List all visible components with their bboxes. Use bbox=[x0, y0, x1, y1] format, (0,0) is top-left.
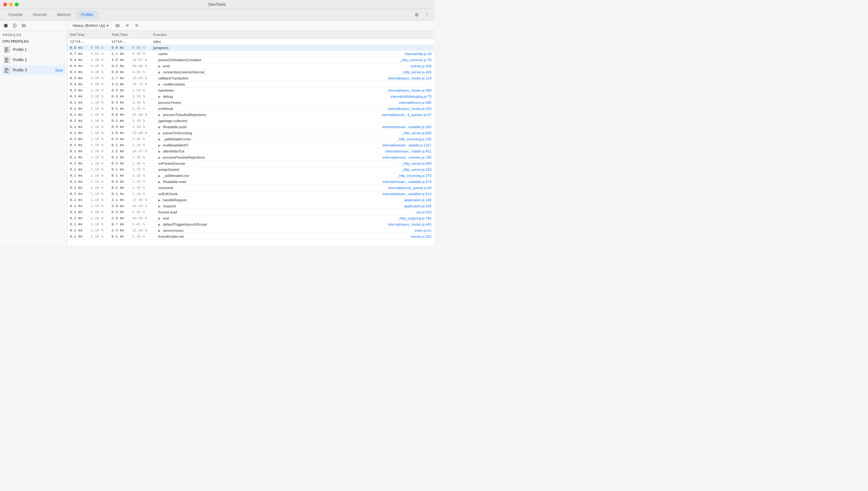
record-button[interactable] bbox=[3, 23, 9, 29]
cell-location[interactable]: internal/proces...k_queues.js:67 bbox=[382, 113, 431, 117]
table-row[interactable]: 0.1 ms1.16 %0.1 ms1.16 %internal/async_h… bbox=[67, 106, 434, 112]
expand-arrow-icon[interactable]: ▶ bbox=[158, 229, 162, 232]
table-row[interactable]: 0.1 ms1.16 %0.1 ms1.16 %events.js:202Eve… bbox=[67, 234, 434, 240]
stop-button[interactable] bbox=[11, 23, 18, 29]
expand-arrow-icon[interactable]: ▶ bbox=[158, 144, 162, 147]
table-row[interactable]: 0.4 ms3.49 %0.6 ms4.65 %_http_server.js:… bbox=[67, 69, 434, 75]
table-row[interactable]: 0.1 ms1.16 %0.1 ms1.16 %internal/stream.… bbox=[67, 142, 434, 148]
cell-location[interactable]: internal/stream...adable.js:1327 bbox=[382, 143, 431, 147]
tab-profiler[interactable]: Profiler bbox=[76, 10, 98, 19]
table-row[interactable]: 0.1 ms1.16 %0.1 ms1.16 %internal/stream.… bbox=[67, 191, 434, 197]
col-self-time[interactable]: Self Time bbox=[67, 31, 109, 39]
col-function[interactable]: Function bbox=[151, 31, 434, 39]
cell-location[interactable]: internal/async_hooks.js:458 bbox=[388, 88, 431, 92]
settings-icon[interactable]: ⚙ bbox=[413, 11, 421, 19]
cell-location[interactable]: net.js:633 bbox=[416, 210, 431, 214]
table-row[interactable]: 0.1 ms1.16 %2.8 ms23.26 %_http_outgoing.… bbox=[67, 215, 434, 222]
table-row[interactable]: 0.1 ms1.16 %0.3 ms2.33 %internal/stream.… bbox=[67, 179, 434, 185]
table-row[interactable]: 0.1 ms1.16 %0.1 ms1.16 %_http_incoming.j… bbox=[67, 173, 434, 179]
table-row[interactable]: 0.4 ms3.49 %3.5 ms29.07 %_http_common.js… bbox=[67, 57, 434, 63]
expand-arrow-icon[interactable]: ▶ bbox=[158, 204, 162, 208]
cell-location[interactable]: index.js:31 bbox=[414, 229, 431, 232]
table-row[interactable]: 0.3 ms2.33 %0.3 ms2.33 %internal/util/de… bbox=[67, 94, 434, 100]
cell-location[interactable]: application.js:229 bbox=[404, 204, 431, 208]
cell-location[interactable]: internal/priority_queue.js:93 bbox=[388, 186, 431, 190]
expand-arrow-icon[interactable]: ▶ bbox=[158, 95, 162, 98]
cell-location[interactable]: _http_common.js:76 bbox=[400, 58, 431, 62]
cell-location[interactable]: _http_server.js:426 bbox=[402, 70, 431, 74]
cell-location[interactable]: events.js:202 bbox=[411, 235, 431, 238]
table-row[interactable]: 0.1 ms1.16 %5.0 ms41.86 %internal/proces… bbox=[67, 112, 434, 118]
cell-location[interactable]: internal/http.js:18 bbox=[405, 52, 431, 56]
tab-sources[interactable]: Sources bbox=[28, 10, 52, 19]
expand-arrow-icon[interactable]: ▶ bbox=[158, 83, 162, 86]
table-row[interactable]: 0.1 ms1.16 %0.1 ms1.16 %(garbage collect… bbox=[67, 118, 434, 124]
expand-arrow-icon[interactable]: ▶ bbox=[158, 132, 162, 135]
cell-location[interactable]: internal/async_hooks.js:118 bbox=[388, 76, 431, 80]
table-row[interactable]: 0.1 ms1.16 %0.4 ms3.49 %internal/timers.… bbox=[67, 100, 434, 106]
cell-location[interactable]: internal/stream...eadable.js:510 bbox=[382, 192, 431, 196]
more-icon[interactable]: ⋮ bbox=[423, 11, 431, 19]
table-row[interactable]: 0.3 ms2.33 %0.3 ms2.33 %internal/async_h… bbox=[67, 87, 434, 94]
table-row[interactable]: 0.1 ms1.16 %0.3 ms2.33 %_http_incoming.j… bbox=[67, 136, 434, 142]
cell-location[interactable]: _http_server.js:826 bbox=[402, 131, 431, 135]
table-row[interactable]: 0.8 ms6.98 %0.8 ms6.98 %(program) bbox=[67, 45, 434, 51]
table-row[interactable]: 12718.7 ms12718.7 ms(idle) bbox=[67, 39, 434, 45]
table-row[interactable]: 0.1 ms1.16 %1.2 ms10.47 %internal/stream… bbox=[67, 148, 434, 154]
cell-location[interactable]: events.js:349 bbox=[411, 64, 431, 68]
minimize-button[interactable] bbox=[9, 3, 13, 6]
cell-location[interactable]: _http_incoming.js:270 bbox=[397, 174, 431, 178]
cell-location[interactable]: internal/timers.js:485 bbox=[399, 100, 432, 105]
col-total-time[interactable]: Total Time bbox=[109, 31, 151, 39]
clear-button[interactable] bbox=[21, 23, 27, 29]
table-row[interactable]: 0.3 ms2.33 %1.7 ms13.95 %internal/async_… bbox=[67, 75, 434, 81]
expand-arrow-icon[interactable]: ▶ bbox=[158, 150, 162, 153]
expand-arrow-icon[interactable]: ▶ bbox=[158, 216, 162, 220]
profile-item-1[interactable]: Profile 1 bbox=[1, 45, 66, 55]
table-row[interactable]: 0.1 ms1.16 %0.3 ms2.33 %net.js:633Socket… bbox=[67, 209, 434, 215]
cell-location[interactable]: internal/stream...eadable.js:205 bbox=[382, 125, 431, 129]
expand-arrow-icon[interactable]: ▶ bbox=[158, 174, 162, 178]
table-row[interactable]: 0.1 ms1.16 %0.3 ms2.33 %internal/stream.… bbox=[67, 124, 434, 130]
cell-location[interactable]: _http_server.js:224 bbox=[402, 168, 431, 171]
cell-location[interactable]: _http_server.js:609 bbox=[402, 162, 431, 165]
table-row[interactable]: 0.1 ms1.16 %0.1 ms1.16 %internal/proces.… bbox=[67, 154, 434, 161]
expand-arrow-icon[interactable]: ▶ bbox=[158, 64, 162, 68]
table-row[interactable]: 0.1 ms1.16 %0.1 ms1.16 %internal/priorit… bbox=[67, 185, 434, 191]
profile-item-2[interactable]: Profile 2 bbox=[1, 55, 66, 65]
cell-location[interactable]: _http_incoming.js:136 bbox=[397, 137, 431, 141]
close-icon[interactable]: ✕ bbox=[124, 22, 131, 29]
table-row[interactable]: 0.3 ms2.33 %3.2 ms26.74 %▶ runMicrotasks bbox=[67, 81, 434, 87]
table-row[interactable]: 0.1 ms1.16 %0.1 ms1.16 %_http_server.js:… bbox=[67, 161, 434, 167]
cell-location[interactable]: internal/proces...romises.js:190 bbox=[383, 155, 431, 159]
table-row[interactable]: 0.7 ms5.81 %1.1 ms9.30 %internal/http.js… bbox=[67, 51, 434, 57]
cell-location[interactable]: internal/async_hooks.js:443 bbox=[388, 223, 431, 226]
maximize-button[interactable] bbox=[15, 3, 19, 6]
table-row[interactable]: 0.1 ms1.16 %2.1 ms17.44 %application.js:… bbox=[67, 197, 434, 203]
expand-arrow-icon[interactable]: ▶ bbox=[158, 70, 162, 74]
cell-location[interactable]: internal/stream...eadable.js:374 bbox=[382, 180, 431, 184]
tab-memory[interactable]: Memory bbox=[52, 10, 76, 19]
view-selector[interactable]: Heavy (Bottom Up) ▾ bbox=[70, 22, 112, 29]
cell-location[interactable]: application.js:148 bbox=[404, 198, 431, 202]
expand-arrow-icon[interactable]: ▶ bbox=[158, 156, 162, 159]
cell-location[interactable]: internal/async_hooks.js:226 bbox=[388, 107, 431, 111]
profile-save-button[interactable]: Save bbox=[55, 68, 63, 72]
expand-arrow-icon[interactable]: ▶ bbox=[158, 198, 162, 202]
close-button[interactable] bbox=[3, 3, 7, 6]
profile-item-3[interactable]: Profile 3 Save bbox=[1, 65, 66, 75]
table-row[interactable]: 0.4 ms3.49 %4.2 ms34.88 %events.js:349▶ … bbox=[67, 63, 434, 69]
expand-arrow-icon[interactable]: ▶ bbox=[158, 138, 162, 141]
cell-location[interactable]: _http_outgoing.js:795 bbox=[398, 216, 431, 220]
expand-arrow-icon[interactable]: ▶ bbox=[158, 125, 162, 129]
tab-console[interactable]: Console bbox=[3, 10, 28, 19]
expand-arrow-icon[interactable]: ▶ bbox=[158, 223, 162, 226]
table-row[interactable]: 0.1 ms1.16 %0.7 ms5.81 %internal/async_h… bbox=[67, 222, 434, 228]
expand-arrow-icon[interactable]: ▶ bbox=[158, 180, 162, 184]
refresh-icon[interactable]: ↻ bbox=[133, 22, 140, 29]
eye-icon[interactable] bbox=[114, 22, 121, 29]
cell-location[interactable]: internal/util/debuglog.js:75 bbox=[391, 94, 431, 98]
table-row[interactable]: 0.1 ms1.16 %2.9 ms24.42 %application.js:… bbox=[67, 203, 434, 209]
table-row[interactable]: 0.1 ms1.16 %1.4 ms11.63 %index.js:31▶ (a… bbox=[67, 228, 434, 234]
table-row[interactable]: 0.1 ms1.16 %2.6 ms22.09 %_http_server.js… bbox=[67, 130, 434, 136]
